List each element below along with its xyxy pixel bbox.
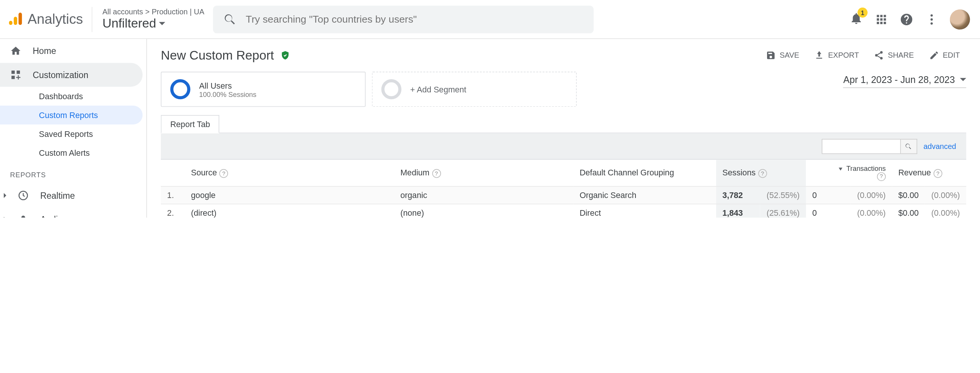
help-icon[interactable]: ? bbox=[220, 169, 228, 178]
cell-revenue: $0.00 bbox=[892, 186, 925, 204]
apps-icon[interactable] bbox=[875, 13, 888, 26]
th-source[interactable]: Source? bbox=[185, 159, 394, 186]
export-button[interactable]: EXPORT bbox=[808, 46, 865, 64]
table-header-row: Source? Medium? Default Channel Grouping… bbox=[161, 159, 966, 186]
action-label: EXPORT bbox=[828, 51, 859, 60]
advanced-link[interactable]: advanced bbox=[923, 142, 956, 150]
add-segment-button[interactable]: + Add Segment bbox=[372, 72, 577, 107]
help-icon[interactable] bbox=[900, 13, 914, 26]
cell-transactions-pct: (0.00%) bbox=[851, 186, 892, 204]
person-icon bbox=[18, 214, 29, 218]
th-label: Revenue bbox=[898, 168, 931, 177]
help-icon[interactable]: ? bbox=[934, 169, 942, 178]
more-vert-icon[interactable] bbox=[924, 13, 939, 26]
th-transactions[interactable]: Transactions ? bbox=[806, 159, 892, 186]
cell-revenue-pct: (0.00%) bbox=[925, 204, 966, 217]
svg-point-10 bbox=[21, 216, 25, 218]
pencil-icon bbox=[929, 50, 939, 61]
logo-block[interactable]: Analytics bbox=[6, 7, 92, 32]
svg-point-12 bbox=[880, 51, 883, 54]
sidebar-reports-label: REPORTS bbox=[0, 162, 146, 184]
edit-button[interactable]: EDIT bbox=[923, 46, 966, 64]
segment-name: All Users bbox=[199, 81, 256, 90]
action-label: SAVE bbox=[780, 51, 799, 60]
svg-rect-0 bbox=[9, 21, 13, 24]
cell-revenue-pct: (0.00%) bbox=[925, 186, 966, 204]
sidebar-sub-dashboards[interactable]: Dashboards bbox=[0, 87, 146, 105]
notifications-button[interactable]: 1 bbox=[849, 11, 863, 27]
row-index: 2. bbox=[161, 204, 185, 217]
app-header: Analytics All accounts > Production | UA… bbox=[0, 0, 980, 39]
svg-rect-1 bbox=[14, 17, 18, 25]
titlebar: New Custom Report SAVE EXPORT SHARE EDI bbox=[161, 46, 966, 64]
svg-rect-7 bbox=[17, 70, 20, 74]
th-sessions[interactable]: Sessions? bbox=[716, 159, 806, 186]
table-search-input[interactable] bbox=[822, 139, 901, 154]
sidebar-item-label: Realtime bbox=[40, 190, 75, 201]
main-content: New Custom Report SAVE EXPORT SHARE EDI bbox=[147, 39, 980, 217]
table-search-button[interactable] bbox=[901, 139, 917, 154]
cell-transactions-pct: (0.00%) bbox=[851, 204, 892, 217]
row-index: 1. bbox=[161, 186, 185, 204]
app-name: Analytics bbox=[27, 11, 83, 27]
table-row[interactable]: 2.(direct)(none)Direct1,843(25.61%)0(0.0… bbox=[161, 204, 966, 217]
avatar[interactable] bbox=[950, 9, 970, 29]
segments-row: All Users 100.00% Sessions + Add Segment… bbox=[161, 72, 966, 107]
sidebar-item-home[interactable]: Home bbox=[0, 39, 146, 62]
view-name: Unfiltered bbox=[102, 16, 204, 30]
breadcrumb: All accounts > Production | UA bbox=[102, 8, 204, 16]
tabstrip: Report Tab bbox=[161, 114, 966, 133]
share-icon bbox=[874, 50, 884, 61]
cell-source: google bbox=[185, 186, 394, 204]
th-label: Default Channel Grouping bbox=[580, 168, 674, 177]
cell-transactions: 0 bbox=[806, 186, 851, 204]
export-icon bbox=[814, 50, 824, 61]
search-input[interactable] bbox=[246, 14, 584, 25]
view-name-text: Unfiltered bbox=[102, 16, 156, 30]
action-label: SHARE bbox=[888, 51, 914, 60]
expand-caret-icon bbox=[4, 217, 6, 217]
segment-all-users[interactable]: All Users 100.00% Sessions bbox=[161, 72, 366, 107]
th-revenue[interactable]: Revenue? bbox=[892, 159, 966, 186]
svg-rect-2 bbox=[19, 13, 22, 25]
sidebar-item-realtime[interactable]: Realtime bbox=[0, 184, 146, 207]
table-search bbox=[822, 139, 917, 154]
sort-down-icon bbox=[837, 165, 844, 172]
search-bar[interactable] bbox=[213, 5, 593, 33]
shield-check-icon bbox=[280, 50, 290, 61]
help-icon[interactable]: ? bbox=[758, 169, 767, 178]
help-icon[interactable]: ? bbox=[877, 172, 886, 181]
svg-rect-6 bbox=[11, 70, 15, 74]
search-icon bbox=[905, 143, 913, 150]
customization-icon bbox=[10, 69, 21, 80]
share-button[interactable]: SHARE bbox=[868, 46, 920, 64]
sidebar-item-label: Customization bbox=[33, 70, 89, 80]
cell-group: Organic Search bbox=[573, 186, 716, 204]
home-icon bbox=[10, 45, 21, 57]
th-group[interactable]: Default Channel Grouping bbox=[573, 159, 716, 186]
date-range-picker[interactable]: Apr 1, 2023 - Jun 28, 2023 bbox=[843, 72, 966, 88]
sidebar-item-audience[interactable]: Audience bbox=[0, 207, 146, 217]
svg-point-4 bbox=[931, 18, 933, 21]
th-label: Medium bbox=[400, 168, 429, 177]
caret-down-icon bbox=[960, 78, 966, 81]
th-medium[interactable]: Medium? bbox=[394, 159, 573, 186]
save-button[interactable]: SAVE bbox=[759, 46, 805, 64]
cell-medium: organic bbox=[394, 186, 573, 204]
table-row[interactable]: 1.googleorganicOrganic Search3,782(52.55… bbox=[161, 186, 966, 204]
segment-donut-icon bbox=[170, 79, 190, 99]
account-picker[interactable]: All accounts > Production | UA Unfiltere… bbox=[92, 8, 204, 31]
page-title: New Custom Report bbox=[161, 48, 274, 62]
data-table: Source? Medium? Default Channel Grouping… bbox=[161, 159, 966, 217]
help-icon[interactable]: ? bbox=[432, 169, 441, 178]
svg-point-5 bbox=[931, 22, 933, 24]
sidebar-sub-saved-reports[interactable]: Saved Reports bbox=[0, 124, 146, 143]
sidebar-sub-custom-reports[interactable]: Custom Reports bbox=[0, 105, 143, 124]
cell-transactions: 0 bbox=[806, 204, 851, 217]
sidebar-sub-custom-alerts[interactable]: Custom Alerts bbox=[0, 143, 146, 162]
svg-rect-8 bbox=[11, 76, 15, 79]
th-label: Transactions bbox=[846, 164, 886, 172]
tab-report[interactable]: Report Tab bbox=[161, 115, 220, 133]
sidebar-item-customization[interactable]: Customization bbox=[0, 63, 143, 87]
notif-badge: 1 bbox=[858, 8, 868, 18]
